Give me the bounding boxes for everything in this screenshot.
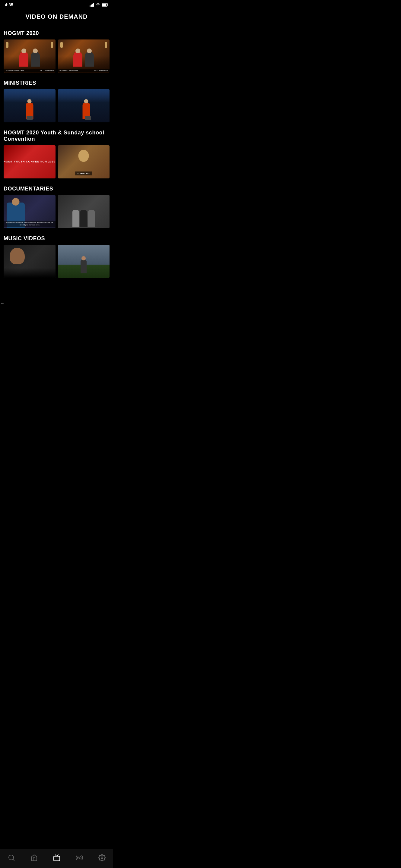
turnup-label: TURN UP!!! (75, 172, 92, 176)
lower-third-2: Co-Pastor O'violet Oras Ph.D.Walter Oras (58, 69, 110, 72)
section-youth: HOGMT 2020 Youth & Sunday school Convent… (0, 126, 113, 182)
svg-rect-6 (108, 4, 108, 5)
main-content: HOGMT 2020 Co-Pastor O'violet Oras Ph.D.… (0, 27, 113, 306)
section-documentaries: DOCUMENTARIES and remember at one point … (0, 182, 113, 232)
section-musicvideos: MUSIC VIDEOS (0, 232, 113, 281)
podium-1 (27, 116, 33, 120)
speaker-head-2 (84, 99, 88, 103)
section-ministries: MINISTRIES (0, 76, 113, 126)
lower-third-1: Co-Pastor O'violet Oras Ph.D.Walter Oras (4, 69, 56, 72)
section-title-youth: HOGMT 2020 Youth & Sunday school Convent… (4, 130, 110, 142)
section-title-musicvideos: MUSIC VIDEOS (4, 236, 110, 242)
lamp-right-1 (51, 42, 53, 48)
youth-thumbnails-row: HGMT YOUTH CONVENTION 2020 TURN UP!!! (4, 145, 110, 179)
music1-gradient (4, 268, 56, 278)
lamp-left-1 (6, 42, 8, 48)
person-head-4 (87, 49, 92, 53)
doc-person-head-1 (12, 198, 20, 206)
ministries-thumbnails-row (4, 89, 110, 122)
musicvideos-thumbnails-row (4, 245, 110, 278)
lamp-left-2 (60, 42, 63, 48)
status-icons (90, 3, 108, 7)
signal-icon (90, 3, 94, 7)
page-title: VIDEO ON DEMAND (0, 8, 113, 24)
person-female-2 (73, 52, 82, 67)
status-time: 4:35 (5, 2, 13, 7)
svg-rect-1 (91, 4, 92, 7)
ministries-thumbnail-2[interactable] (58, 89, 110, 122)
battery-icon (102, 3, 108, 7)
stage-lights-2 (58, 89, 110, 102)
figure-3 (88, 210, 95, 227)
svg-rect-2 (92, 4, 93, 7)
youth-thumbnail-1[interactable]: HGMT YOUTH CONVENTION 2020 (4, 145, 56, 179)
section-hogmt2020: HOGMT 2020 Co-Pastor O'violet Oras Ph.D.… (0, 27, 113, 76)
lower-right-2: Ph.D.Walter Oras (94, 70, 108, 71)
person-head-1 (22, 49, 26, 53)
face-silhouette (79, 150, 89, 162)
status-bar: 4:35 (0, 0, 113, 8)
documentaries-thumbnails-row: and remember at one point waking up and … (4, 195, 110, 228)
music-thumbnail-1[interactable] (4, 245, 56, 278)
section-title-documentaries: DOCUMENTARIES (4, 186, 110, 192)
figure-1 (73, 210, 79, 227)
person-head-3 (76, 49, 80, 53)
section-title-ministries: MINISTRIES (4, 80, 110, 86)
hogmt-people-1 (19, 52, 40, 67)
svg-rect-3 (93, 3, 94, 7)
youth-overlay-text: HGMT YOUTH CONVENTION 2020 (4, 160, 55, 164)
person-male-1 (31, 52, 40, 67)
music1-face (10, 248, 25, 264)
svg-rect-5 (102, 4, 107, 6)
svg-rect-0 (90, 5, 90, 7)
ministries-thumbnail-1[interactable] (4, 89, 56, 122)
hogmt2020-thumbnail-1[interactable]: Co-Pastor O'violet Oras Ph.D.Walter Oras (4, 39, 56, 73)
figure-2 (80, 210, 87, 227)
wifi-icon (96, 3, 101, 7)
person-male-2 (85, 52, 94, 67)
music-thumbnail-2[interactable] (58, 245, 110, 278)
doc-thumbnail-2[interactable] (58, 195, 110, 228)
hogmt-people-2 (73, 52, 94, 67)
speaker-head-1 (27, 99, 32, 103)
section-title-hogmt2020: HOGMT 2020 (4, 30, 110, 36)
lower-left-1: Co-Pastor O'violet Oras (5, 70, 24, 71)
music2-figure (81, 260, 87, 273)
podium-2 (85, 116, 91, 120)
lamp-right-2 (105, 42, 107, 48)
lower-right-1: Ph.D.Walter Oras (40, 70, 54, 71)
doc2-figures (58, 210, 110, 227)
person-female-1 (19, 52, 28, 67)
doc-subtitle-1: and remember at one point waking up and … (4, 221, 56, 227)
youth-thumbnail-2[interactable]: TURN UP!!! (58, 145, 110, 179)
lower-left-2: Co-Pastor O'violet Oras (59, 70, 78, 71)
person-head-2 (33, 49, 38, 53)
doc-thumbnail-1[interactable]: and remember at one point waking up and … (4, 195, 56, 228)
hogmt2020-thumbnail-2[interactable]: Co-Pastor O'violet Oras Ph.D.Walter Oras (58, 39, 110, 73)
hogmt2020-thumbnails-row: Co-Pastor O'violet Oras Ph.D.Walter Oras (4, 39, 110, 73)
music2-head (82, 256, 86, 260)
